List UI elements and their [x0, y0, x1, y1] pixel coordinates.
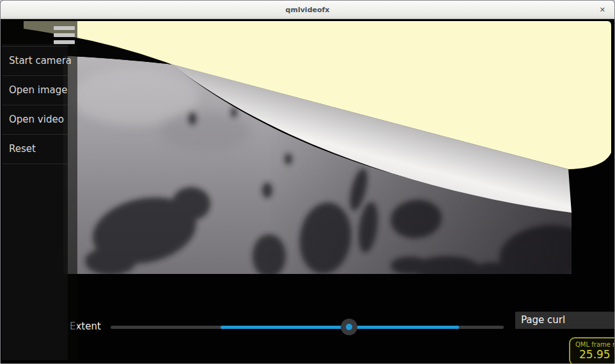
menu-item-open-image[interactable]: Open image — [2, 75, 68, 105]
menu-item-reset[interactable]: Reset — [2, 134, 68, 164]
title-bar: qmlvideofx ✕ — [1, 1, 614, 19]
menu-item-open-video[interactable]: Open video — [2, 105, 68, 134]
hamburger-menu-icon[interactable] — [54, 26, 75, 44]
fps-monitor-label: QML frame r... — [575, 341, 615, 348]
slider-fill — [221, 326, 459, 329]
slider-handle[interactable] — [341, 319, 357, 335]
extent-slider[interactable] — [111, 319, 504, 335]
menu-item-start-camera[interactable]: Start camera — [2, 46, 68, 75]
file-menu: Start camera Open image Open video Reset — [2, 46, 68, 164]
effect-selector-button[interactable]: Page curl — [515, 312, 614, 329]
video-surface-page-curl-effect[interactable] — [1, 1, 615, 364]
slider-handle-dot — [346, 324, 352, 330]
app-window: qmlvideofx ✕ Start camera Open image Ope… — [0, 0, 615, 364]
fps-monitor: QML frame r... 25.95 — [569, 337, 615, 364]
window-title: qmlvideofx — [286, 6, 330, 14]
fps-monitor-value: 25.95 — [579, 348, 615, 361]
close-icon[interactable]: ✕ — [597, 1, 608, 19]
